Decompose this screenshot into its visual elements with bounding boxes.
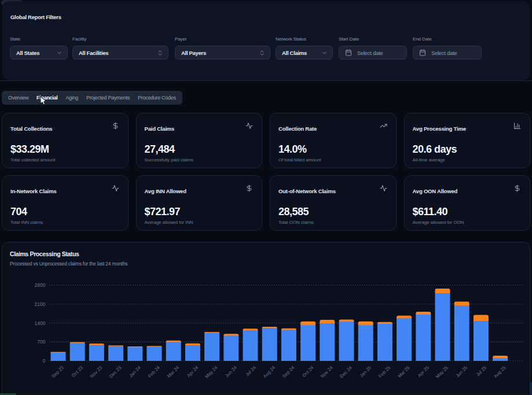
bar-processed[interactable] (70, 343, 85, 361)
kpi-subtitle: Of total billed amount (278, 157, 388, 163)
x-axis-label: Feb 24 (147, 365, 161, 379)
kpi-card-collection-rate: Collection Rate14.0%Of total billed amou… (270, 113, 397, 168)
y-axis-label: 2100 (35, 301, 46, 307)
x-axis-label: Nov 23 (89, 365, 104, 379)
kpi-title: Avg Processing Time (413, 125, 522, 132)
date-input[interactable]: Select date (339, 46, 407, 60)
kpi-row-2: In-Network Claims704Total INN claimsAvg … (2, 175, 530, 231)
filter-label: End Date (413, 36, 482, 42)
select-value: All Payers (181, 50, 259, 56)
select-input[interactable]: All Facilities (72, 46, 168, 60)
x-axis-label: Sep 24 (281, 365, 296, 379)
chevron-down-icon (56, 50, 63, 56)
bar-processed[interactable] (127, 347, 142, 361)
x-axis-label: Jan 25 (359, 365, 373, 379)
activity-icon (112, 184, 119, 194)
bar-processed[interactable] (243, 330, 258, 361)
x-axis-label: Jul 25 (475, 365, 488, 378)
date-placeholder: Select date (357, 50, 402, 56)
tab-overview[interactable]: Overview (4, 95, 32, 101)
tab-procedure-codes[interactable]: Procedure Codes (134, 95, 180, 101)
bar-processed[interactable] (147, 346, 162, 361)
bar-processed[interactable] (185, 345, 200, 361)
bar-unprocessed[interactable] (474, 315, 489, 321)
bar-unprocessed[interactable] (435, 289, 450, 293)
select-input[interactable]: All States (10, 46, 68, 60)
bar-unprocessed[interactable] (166, 341, 181, 342)
x-axis-label: Dec 23 (108, 365, 123, 379)
bar-processed[interactable] (223, 335, 239, 361)
kpi-subtitle: Successfully paid claims (145, 157, 254, 163)
bar-processed[interactable] (416, 315, 431, 361)
filter-label: Facility (72, 36, 168, 42)
bar-unprocessed[interactable] (70, 342, 85, 343)
x-axis-label: Jan 24 (128, 365, 142, 379)
x-axis-label: May 25 (435, 365, 449, 379)
bar-unprocessed[interactable] (377, 322, 392, 324)
x-axis-label: Nov 24 (320, 365, 334, 379)
bar-processed[interactable] (474, 321, 489, 361)
kpi-subtitle: All-time average (413, 157, 522, 163)
kpi-card-in-network-claims: In-Network Claims704Total INN claims (2, 175, 129, 231)
filter-state: StateAll States (10, 36, 68, 60)
bar-unprocessed[interactable] (454, 302, 469, 306)
bar-unprocessed[interactable] (300, 322, 315, 326)
bar-unprocessed[interactable] (281, 328, 296, 330)
tab-projected-payments[interactable]: Projected Payments (82, 95, 134, 101)
bar-unprocessed[interactable] (339, 319, 354, 322)
bar-unprocessed[interactable] (51, 352, 66, 353)
bar-unprocessed[interactable] (243, 328, 258, 330)
dollar-sign-icon (513, 184, 521, 194)
calendar-icon (345, 49, 352, 56)
bar-unprocessed[interactable] (185, 344, 200, 345)
bar-processed[interactable] (320, 323, 335, 361)
kpi-value: 704 (10, 206, 120, 218)
kpi-title: Total Collections (10, 125, 120, 132)
bar-unprocessed[interactable] (108, 345, 123, 346)
bar-unprocessed[interactable] (204, 332, 219, 333)
kpi-title: Avg OON Allowed (413, 188, 522, 194)
x-axis-label: Jul 24 (244, 365, 257, 378)
select-input[interactable]: All Payers (175, 46, 270, 60)
bar-processed[interactable] (358, 325, 373, 361)
filter-start-date: Start DateSelect date (339, 36, 407, 60)
bar-unprocessed[interactable] (358, 322, 373, 326)
bar-processed[interactable] (281, 330, 296, 361)
bar-processed[interactable] (108, 346, 123, 361)
kpi-title: Avg INN Allowed (145, 188, 254, 194)
x-axis-label: Jun 24 (224, 365, 238, 379)
bar-processed[interactable] (89, 345, 104, 361)
bar-unprocessed[interactable] (397, 316, 412, 319)
bar-processed[interactable] (397, 318, 412, 361)
bar-unprocessed[interactable] (262, 327, 277, 328)
select-input[interactable]: All Claims (276, 46, 333, 60)
bar-unprocessed[interactable] (320, 320, 335, 323)
bar-processed[interactable] (454, 305, 469, 361)
bar-unprocessed[interactable] (127, 346, 142, 347)
bar-unprocessed[interactable] (223, 334, 239, 335)
bar-unprocessed[interactable] (493, 356, 508, 358)
x-axis-label: Aug 25 (493, 365, 507, 379)
bar-unprocessed[interactable] (416, 312, 431, 315)
bar-processed[interactable] (435, 293, 450, 361)
bar-processed[interactable] (51, 352, 66, 361)
x-axis-label: Mar 25 (397, 365, 411, 379)
bar-processed[interactable] (262, 328, 277, 361)
bar-processed[interactable] (339, 322, 354, 361)
kpi-title: Out-of-Network Claims (278, 188, 388, 194)
bar-unprocessed[interactable] (147, 346, 162, 346)
bar-processed[interactable] (204, 333, 219, 361)
chevrons-up-down-icon (157, 50, 163, 56)
kpi-value: 20.6 days (413, 143, 522, 156)
bar-unprocessed[interactable] (89, 344, 104, 345)
bar-processed[interactable] (377, 323, 392, 361)
bar-processed[interactable] (493, 358, 508, 361)
kpi-card-avg-inn-allowed: Avg INN Allowed$721.97Average allowed fo… (136, 175, 263, 231)
y-axis-label: 0 (43, 358, 46, 364)
y-axis-label: 2800 (35, 282, 46, 288)
bar-processed[interactable] (166, 342, 181, 361)
global-filters-panel: Global Report Filters StateAll StatesFac… (2, 1, 530, 80)
bar-processed[interactable] (300, 325, 315, 361)
date-input[interactable]: Select date (413, 46, 482, 60)
tab-aging[interactable]: Aging (61, 95, 82, 101)
